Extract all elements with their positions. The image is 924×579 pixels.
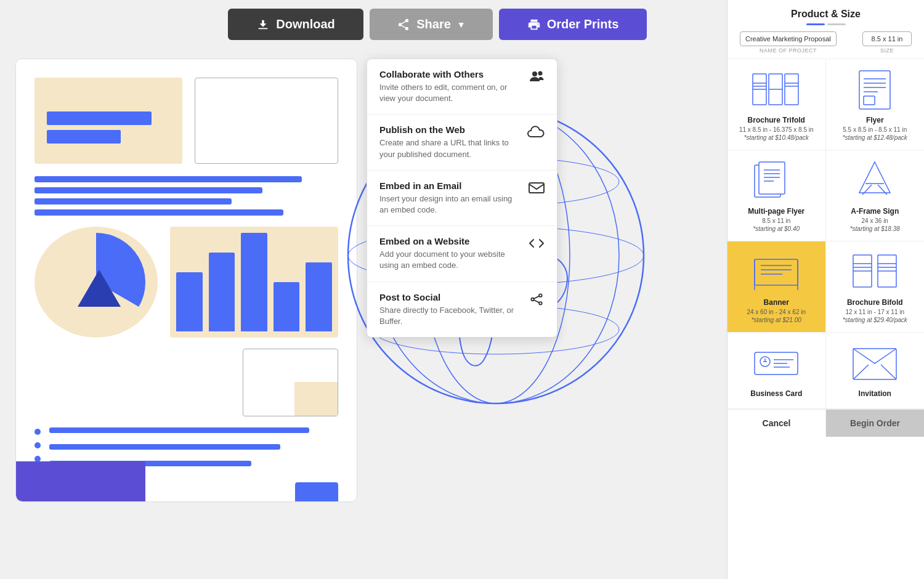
svg-rect-41 [755, 259, 798, 285]
order-prints-label: Order Prints [547, 17, 619, 31]
share-item-social-text: Post to Social Share directly to Faceboo… [379, 292, 522, 327]
share-icon [397, 18, 410, 31]
cloud-icon [527, 126, 545, 141]
publish-title: Publish on the Web [379, 124, 521, 135]
business-card-icon [752, 341, 801, 384]
svg-line-15 [534, 300, 539, 302]
multipage-flyer-icon [752, 159, 801, 202]
business-card-name: Business Card [734, 389, 819, 398]
download-button[interactable]: Download [228, 9, 363, 40]
doc-line-1 [34, 176, 302, 182]
cancel-button[interactable]: Cancel [727, 410, 826, 437]
product-panel-title: Product & Size [734, 9, 918, 20]
share-label: Share [416, 17, 451, 31]
underline-blue [806, 23, 825, 25]
social-share-icon [529, 293, 545, 309]
download-label: Download [276, 17, 335, 31]
product-panel-header: Product & Size Creative Marketing Propos… [727, 0, 924, 59]
svg-line-14 [534, 296, 539, 298]
bar-col-1 [176, 272, 203, 331]
brochure-bifold-dims: 12 x 11 in - 17 x 11 in [832, 309, 918, 315]
brochure-trifold-name: Brochure Trifold [734, 116, 819, 124]
doc-row1 [34, 78, 338, 164]
bar-col-4 [274, 282, 300, 331]
share-button[interactable]: Share ▼ [370, 9, 493, 40]
order-prints-button[interactable]: Order Prints [499, 9, 647, 40]
social-title: Post to Social [379, 292, 522, 302]
flyer-price: *starting at $12.48/pack [832, 134, 918, 141]
embed-email-title: Embed in an Email [379, 180, 522, 191]
svg-rect-10 [529, 183, 544, 193]
doc-line-3 [34, 198, 232, 204]
product-item-flyer[interactable]: Flyer 5.5 x 8.5 in - 8.5 x 11 in *starti… [826, 59, 925, 150]
bullet-1 [34, 429, 41, 435]
bar-col-5 [306, 262, 332, 331]
project-size-label: SIZE [862, 47, 912, 54]
product-item-invitation[interactable]: Invitation [826, 333, 925, 409]
share-item-publish[interactable]: Publish on the Web Create and share a UR… [367, 115, 557, 170]
share-item-collaborate[interactable]: Collaborate with Others Invite others to… [367, 59, 557, 115]
publish-desc: Create and share a URL that links to you… [379, 137, 521, 160]
svg-marker-37 [859, 162, 890, 193]
banner-icon [752, 250, 801, 293]
multipage-flyer-name: Multi-page Flyer [734, 207, 819, 216]
text-line-5-2 [49, 444, 280, 450]
bar-col-2 [209, 253, 235, 331]
share-item-publish-text: Publish on the Web Create and share a UR… [379, 124, 521, 160]
banner-price: *starting at $21.00 [734, 317, 819, 323]
project-name-field[interactable]: Creative Marketing Proposal [740, 31, 837, 46]
collaborate-icon [530, 70, 545, 86]
embed-website-title: Embed on a Website [379, 236, 522, 246]
doc-pie-chart [34, 227, 158, 338]
bullet-2 [34, 442, 41, 448]
a-frame-name: A-Frame Sign [832, 207, 918, 216]
doc-line-2 [34, 187, 262, 193]
doc-blue-block [295, 482, 338, 502]
share-item-embed-website-text: Embed on a Website Add your document to … [379, 236, 522, 271]
brochure-bifold-name: Brochure Bifold [832, 298, 918, 307]
invitation-icon [850, 341, 899, 384]
banner-name: Banner [734, 298, 819, 307]
svg-line-64 [881, 365, 896, 379]
product-item-banner[interactable]: Banner 24 x 60 in - 24 x 62 in *starting… [727, 241, 826, 333]
doc-bar-2 [47, 130, 121, 144]
product-item-brochure-bifold[interactable]: Brochure Bifold 12 x 11 in - 17 x 11 in … [826, 241, 925, 333]
doc-row4 [34, 349, 338, 416]
product-panel-underline [734, 23, 918, 25]
multipage-flyer-dims: 8.5 x 11 in [734, 217, 819, 224]
download-icon [256, 18, 270, 31]
collaborate-desc: Invite others to edit, comment on, or vi… [379, 82, 524, 104]
product-item-brochure-trifold[interactable]: Brochure Trifold 11 x 8.5 in - 16.375 x … [727, 59, 826, 150]
project-size-field[interactable]: 8.5 x 11 in [862, 31, 912, 46]
begin-order-button[interactable]: Begin Order [826, 410, 924, 437]
doc-outlined-box-row4 [243, 349, 338, 416]
svg-point-9 [538, 71, 543, 76]
product-meta: Creative Marketing Proposal NAME OF PROJ… [734, 31, 918, 54]
brochure-trifold-price: *starting at $10.48/pack [734, 134, 819, 141]
share-item-collaborate-text: Collaborate with Others Invite others to… [379, 69, 524, 104]
brochure-bifold-price: *starting at $29.40/pack [832, 317, 918, 323]
text-line-5-1 [49, 427, 309, 433]
brochure-trifold-dims: 11 x 8.5 in - 16.375 x 8.5 in [734, 126, 819, 133]
multipage-flyer-price: *starting at $0.40 [734, 225, 819, 232]
share-item-embed-email[interactable]: Embed in an Email Insert your design int… [367, 171, 557, 226]
product-item-business-card[interactable]: Business Card [727, 333, 826, 409]
svg-line-63 [853, 365, 869, 379]
share-item-embed-website[interactable]: Embed on a Website Add your document to … [367, 226, 557, 281]
doc-bar-chart [170, 227, 338, 338]
product-item-a-frame[interactable]: A-Frame Sign 24 x 36 in *starting at $18… [826, 150, 925, 241]
envelope-icon [529, 182, 545, 197]
a-frame-dims: 24 x 36 in [832, 217, 918, 224]
bar-col-3 [241, 233, 267, 331]
brochure-bifold-icon [850, 250, 899, 293]
doc-tan-inner [294, 382, 338, 416]
collaborate-title: Collaborate with Others [379, 69, 524, 79]
svg-rect-32 [759, 162, 785, 194]
share-chevron-icon: ▼ [457, 20, 466, 30]
share-item-social[interactable]: Post to Social Share directly to Faceboo… [367, 282, 557, 337]
product-item-multipage-flyer[interactable]: Multi-page Flyer 8.5 x 11 in *starting a… [727, 150, 826, 241]
project-name-label: NAME OF PROJECT [740, 47, 837, 54]
doc-purple-bar [16, 461, 145, 501]
doc-bar-1 [47, 111, 152, 125]
svg-rect-19 [785, 74, 798, 105]
